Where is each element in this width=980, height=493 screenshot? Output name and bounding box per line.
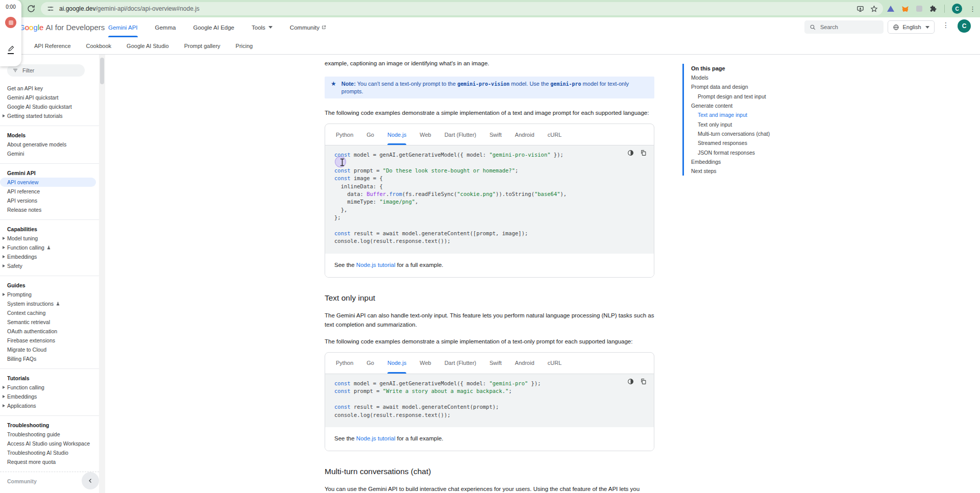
code-tab-dart-flutter[interactable]: Dart (Flutter) [438,353,483,374]
copy-code-icon[interactable] [640,150,647,156]
code-tab-node-js[interactable]: Node.js [381,124,413,145]
sidebar-item-about-generative-models[interactable]: About generative models [0,140,99,149]
expand-arrow-icon[interactable] [3,114,5,117]
subnav-cookbook[interactable]: Cookbook [86,43,112,49]
sidebar-item-request-more-quota[interactable]: Request more quota [0,457,99,466]
sidebar-item-firebase-extensions[interactable]: Firebase extensions [0,336,99,345]
nav-tab-google-ai-edge[interactable]: Google AI Edge [193,17,234,37]
sidebar-item-context-caching[interactable]: Context caching [0,308,99,317]
toc-item-generate-content[interactable]: Generate content [691,101,815,110]
sidebar-item-oauth-authentication[interactable]: OAuth authentication [0,327,99,336]
sidebar-scrollbar[interactable] [99,55,105,493]
browser-menu-icon[interactable]: ⋮ [969,6,976,12]
nav-tab-community[interactable]: Community [290,17,326,37]
language-selector[interactable]: English [888,20,935,34]
subnav-pricing[interactable]: Pricing [236,43,253,49]
site-logo[interactable]: GoogleAI for Developers [19,23,105,32]
code-tab-python[interactable]: Python [329,124,360,145]
sidebar-item-embeddings[interactable]: Embeddings [0,252,99,261]
expand-arrow-icon[interactable] [3,237,5,240]
toc-item-text-and-image-input[interactable]: Text and image input [691,110,815,119]
expand-arrow-icon[interactable] [3,264,5,267]
sidebar-item-troubleshooting-ai-studio[interactable]: Troubleshooting AI Studio [0,448,99,457]
extension-metamask-icon[interactable] [901,5,909,13]
expand-arrow-icon[interactable] [3,395,5,398]
search-input[interactable]: Search [804,20,884,34]
extension-generic-icon[interactable] [916,6,922,12]
nodejs-tutorial-link[interactable]: Node.js tutorial [356,435,396,441]
sidebar-item-google-ai-studio-quickstart[interactable]: Google AI Studio quickstart [0,102,99,111]
sidebar-item-prompting[interactable]: Prompting [0,290,99,299]
sidebar-collapse-button[interactable] [82,472,99,489]
expand-arrow-icon[interactable] [3,246,5,249]
toc-item-models[interactable]: Models [691,73,815,82]
code-tab-android[interactable]: Android [508,124,541,145]
expand-arrow-icon[interactable] [3,404,5,407]
expand-arrow-icon[interactable] [3,255,5,258]
sidebar-item-troubleshooting-guide[interactable]: Troubleshooting guide [0,430,99,439]
annotate-pen-button[interactable] [8,45,14,54]
dark-mode-toggle-icon[interactable] [627,378,634,385]
code-content[interactable]: const model = genAI.getGenerativeModel({… [334,151,645,245]
code-tab-web[interactable]: Web [413,124,437,145]
sidebar-item-migrate-to-cloud[interactable]: Migrate to Cloud [0,345,99,354]
toc-item-text-only-input[interactable]: Text only input [691,119,815,129]
code-tab-python[interactable]: Python [329,353,360,374]
subnav-prompt-gallery[interactable]: Prompt gallery [184,43,220,49]
code-content[interactable]: const model = genAI.getGenerativeModel({… [334,380,645,419]
toc-item-json-format-responses[interactable]: JSON format responses [691,147,815,157]
sidebar-item-api-reference[interactable]: API reference [0,187,99,196]
code-tab-node-js[interactable]: Node.js [381,353,413,374]
sidebar-item-embeddings[interactable]: Embeddings [0,392,99,401]
code-tab-curl[interactable]: cURL [541,124,569,145]
toc-item-embeddings[interactable]: Embeddings [691,157,815,166]
subnav-google-ai-studio[interactable]: Google AI Studio [127,43,169,49]
sidebar-item-semantic-retrieval[interactable]: Semantic retrieval [0,317,99,327]
stop-recording-button[interactable] [5,17,16,28]
sidebar-item-function-calling[interactable]: Function calling [0,383,99,392]
toc-item-multi-turn-conversations-chat[interactable]: Multi-turn conversations (chat) [691,129,815,138]
site-settings-icon[interactable] [47,5,54,12]
sidebar-filter-input[interactable]: Filter [7,64,85,77]
sidebar-item-access-ai-studio-using-workspace[interactable]: Access AI Studio using Workspace [0,439,99,448]
nav-tab-gemini-api[interactable]: Gemini API [108,17,138,37]
nav-tab-gemma[interactable]: Gemma [155,17,176,37]
extension-triangle-icon[interactable] [887,6,894,12]
bookmark-star-icon[interactable] [870,5,878,13]
sidebar-item-api-overview[interactable]: API overview [0,178,96,187]
code-tab-swift[interactable]: Swift [483,124,508,145]
dark-mode-toggle-icon[interactable] [627,150,634,156]
reload-icon[interactable] [27,4,36,13]
code-tab-go[interactable]: Go [360,353,381,374]
sidebar-item-get-an-api-key[interactable]: Get an API key [0,84,99,93]
toc-item-prompt-design-and-text-input[interactable]: Prompt design and text input [691,92,815,101]
sidebar-item-safety[interactable]: Safety [0,261,99,270]
toc-item-next-steps[interactable]: Next steps [691,166,815,176]
nodejs-tutorial-link[interactable]: Node.js tutorial [356,262,396,268]
sidebar-item-function-calling[interactable]: Function calling [0,243,99,252]
sidebar-item-gemini[interactable]: Gemini [0,149,99,158]
address-bar[interactable]: ai.google.dev/gemini-api/docs/api-overvi… [41,2,883,15]
code-tab-dart-flutter[interactable]: Dart (Flutter) [438,124,483,145]
sidebar-item-gemini-api-quickstart[interactable]: Gemini API quickstart [0,93,99,102]
code-tab-swift[interactable]: Swift [483,353,508,374]
code-tab-android[interactable]: Android [508,353,541,374]
code-tab-go[interactable]: Go [360,124,381,145]
nav-tab-tools[interactable]: Tools [252,17,273,37]
header-more-menu-icon[interactable]: ⋮ [942,21,949,29]
sidebar-item-release-notes[interactable]: Release notes [0,205,99,214]
toc-item-streamed-responses[interactable]: Streamed responses [691,138,815,147]
save-share-icon[interactable] [856,5,864,13]
sidebar-item-getting-started-tutorials[interactable]: Getting started tutorials [0,111,99,120]
sidebar-item-applications[interactable]: Applications [0,401,99,410]
code-tab-web[interactable]: Web [413,353,437,374]
sidebar-item-api-versions[interactable]: API versions [0,196,99,205]
copy-code-icon[interactable] [640,378,647,385]
sidebar-item-model-tuning[interactable]: Model tuning [0,234,99,243]
expand-arrow-icon[interactable] [3,293,5,296]
subnav-api-reference[interactable]: API Reference [34,43,71,49]
account-avatar[interactable]: C [958,19,971,33]
expand-arrow-icon[interactable] [3,386,5,389]
sidebar-item-billing-faqs[interactable]: Billing FAQs [0,354,99,363]
sidebar-item-system-instructions[interactable]: System instructions [0,299,99,308]
